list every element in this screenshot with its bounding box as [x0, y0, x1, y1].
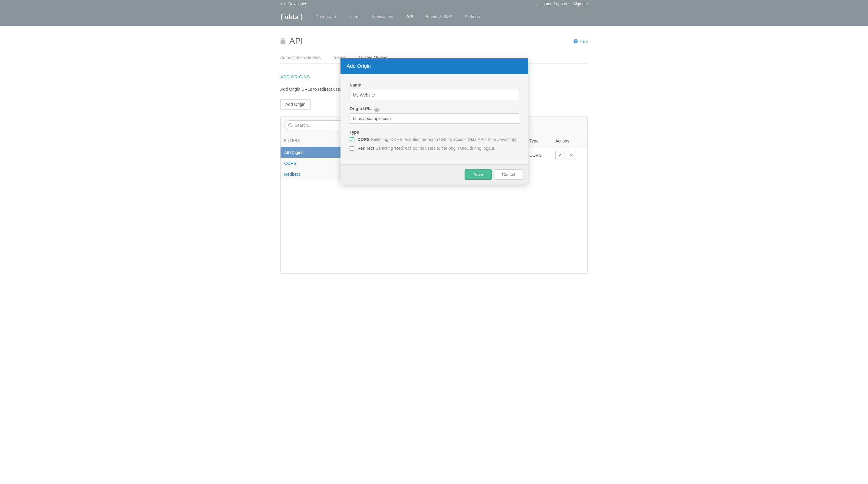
redirect-checkbox[interactable] [349, 146, 354, 151]
pencil-icon [558, 153, 562, 157]
nav-applications[interactable]: Applications [371, 14, 394, 19]
delete-button[interactable] [567, 151, 576, 159]
code-icon: < > [280, 1, 286, 6]
close-icon [569, 153, 573, 157]
help-link[interactable]: ? Help [574, 39, 588, 43]
row-type-value: CORS [529, 153, 555, 158]
page-content: API ? Help Authorization Servers Tokens … [280, 26, 588, 274]
lock-icon [280, 38, 286, 44]
origin-url-label: Origin URL [349, 106, 372, 111]
save-button[interactable]: Save [465, 169, 492, 180]
nav-api[interactable]: API [406, 14, 413, 19]
redirect-label: Redirect [358, 146, 374, 151]
help-icon[interactable]: ? [374, 108, 379, 112]
page-title: API [289, 36, 303, 46]
col-header-type: Type [526, 134, 552, 148]
filters-column: FILTERS All Origins CORS Redirect [281, 134, 342, 180]
add-origin-button[interactable]: Add Origin [280, 99, 311, 109]
search-icon [288, 123, 292, 127]
navbar: { okta } Dashboard Users Applications AP… [0, 7, 868, 26]
help-circle-icon: ? [574, 39, 578, 43]
nav-users[interactable]: Users [348, 14, 360, 19]
nav-settings[interactable]: Settings [465, 14, 480, 19]
filters-header: FILTERS [281, 134, 342, 147]
developer-label: Developer [288, 1, 306, 6]
type-label: Type [349, 130, 519, 135]
cors-checkbox[interactable] [349, 137, 354, 142]
data-column: Type Actions CORS [526, 134, 587, 180]
redirect-desc: Selecting 'Redirect' points users to the… [376, 146, 495, 151]
table-row: CORS [526, 148, 587, 162]
cors-label: CORS [358, 137, 370, 142]
modal-title: Add Origin [346, 63, 522, 69]
edit-button[interactable] [555, 151, 564, 159]
col-header-actions: Actions [552, 134, 587, 148]
sign-out-link[interactable]: Sign out [573, 1, 588, 6]
okta-logo: { okta } [280, 13, 303, 21]
nav-dashboard[interactable]: Dashboard [315, 14, 336, 19]
help-text: Help [580, 39, 588, 43]
svg-line-1 [291, 126, 292, 127]
svg-point-0 [288, 123, 291, 126]
filter-cors[interactable]: CORS [281, 158, 342, 169]
origin-url-input[interactable] [349, 114, 519, 124]
filter-all-origins[interactable]: All Origins [281, 147, 342, 158]
topbar: < > Developer Help and Support Sign out [0, 0, 868, 7]
name-label: Name [349, 83, 519, 88]
name-input[interactable] [349, 90, 519, 100]
add-origin-modal: Add Origin Name Origin URL ? Type CORS [340, 58, 528, 185]
cors-desc: Selecting 'CORS' enables the origin URL … [371, 137, 518, 142]
cancel-button[interactable]: Cancel [495, 169, 522, 180]
nav-emails-sms[interactable]: Emails & SMS [425, 14, 452, 19]
filter-redirect[interactable]: Redirect [281, 169, 342, 180]
help-support-link[interactable]: Help and Support [536, 1, 567, 6]
modal-header: Add Origin [340, 58, 528, 74]
tab-auth-servers[interactable]: Authorization Servers [280, 55, 321, 60]
